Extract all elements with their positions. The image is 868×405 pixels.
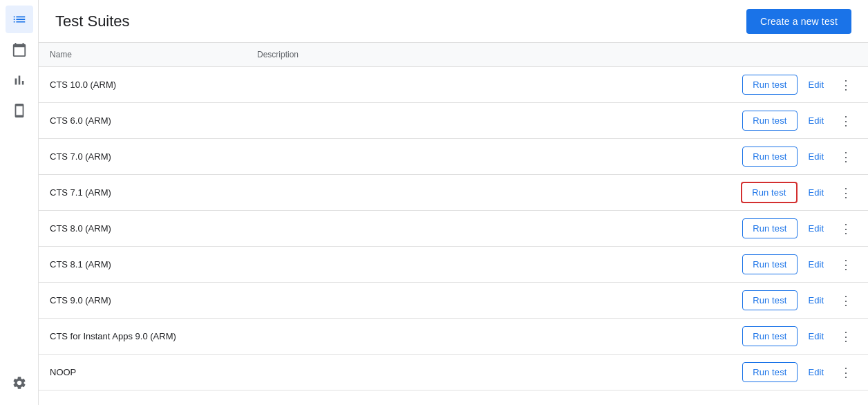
- edit-button[interactable]: Edit: [803, 291, 829, 310]
- edit-button[interactable]: Edit: [803, 147, 829, 166]
- more-options-button[interactable]: ⋮: [835, 218, 857, 240]
- run-test-button[interactable]: Run test: [742, 111, 797, 131]
- edit-button[interactable]: Edit: [803, 219, 829, 238]
- name-cell: CTS 7.1 (ARM): [39, 175, 246, 211]
- name-cell: CTS 8.1 (ARM): [39, 247, 246, 283]
- description-cell: [246, 67, 730, 103]
- run-test-button[interactable]: Run test: [742, 326, 797, 346]
- name-cell: CTS 6.0 (ARM): [39, 103, 246, 139]
- actions-cell: Run testEdit⋮: [730, 67, 868, 103]
- table-row: CTS 7.0 (ARM)Run testEdit⋮: [39, 139, 868, 175]
- actions-cell: Run testEdit⋮: [730, 211, 868, 247]
- table-row: CTS 8.0 (ARM)Run testEdit⋮: [39, 211, 868, 247]
- chart-icon: [12, 73, 27, 88]
- run-test-button[interactable]: Run test: [742, 254, 797, 274]
- more-options-button[interactable]: ⋮: [835, 110, 857, 132]
- edit-button[interactable]: Edit: [803, 255, 829, 274]
- sidebar-item-scheduled[interactable]: [6, 36, 33, 64]
- edit-button[interactable]: Edit: [803, 111, 829, 130]
- description-cell: [246, 211, 730, 247]
- device-icon: [12, 103, 27, 118]
- actions-cell: Run testEdit⋮: [730, 355, 868, 390]
- description-cell: [246, 283, 730, 319]
- name-cell: CTS 9.0 (ARM): [39, 283, 246, 319]
- edit-button[interactable]: Edit: [803, 75, 829, 94]
- settings-icon: [12, 375, 27, 390]
- description-cell: [246, 175, 730, 211]
- description-cell: [246, 355, 730, 390]
- actions-cell: Run testEdit⋮: [730, 103, 868, 139]
- run-test-button[interactable]: Run test: [742, 218, 797, 238]
- sidebar: [0, 0, 39, 405]
- name-cell: CTS 8.0 (ARM): [39, 211, 246, 247]
- more-options-button[interactable]: ⋮: [835, 290, 857, 312]
- more-options-button[interactable]: ⋮: [835, 361, 857, 384]
- run-test-button[interactable]: Run test: [742, 147, 797, 167]
- run-test-button[interactable]: Run test: [742, 362, 797, 382]
- name-cell: CTS for Instant Apps 9.0 (ARM): [39, 319, 246, 355]
- run-test-button[interactable]: Run test: [742, 75, 797, 95]
- table-row: CTS 8.1 (ARM)Run testEdit⋮: [39, 247, 868, 283]
- actions-cell: Run testEdit⋮: [730, 283, 868, 319]
- table-row: CTS 7.1 (ARM)Run testEdit⋮: [39, 175, 868, 211]
- description-cell: [246, 139, 730, 175]
- more-options-button[interactable]: ⋮: [835, 254, 857, 276]
- table-body: CTS 10.0 (ARM)Run testEdit⋮CTS 6.0 (ARM)…: [39, 67, 868, 390]
- more-options-button[interactable]: ⋮: [835, 146, 857, 168]
- test-suites-table: Name Description CTS 10.0 (ARM)Run testE…: [39, 43, 868, 390]
- calendar-icon: [12, 42, 27, 57]
- column-header-name: Name: [39, 43, 246, 67]
- description-cell: [246, 103, 730, 139]
- more-options-button[interactable]: ⋮: [835, 74, 857, 96]
- name-cell: CTS 10.0 (ARM): [39, 67, 246, 103]
- edit-button[interactable]: Edit: [803, 327, 829, 346]
- sidebar-item-devices[interactable]: [6, 97, 33, 124]
- create-new-test-button[interactable]: Create a new test: [746, 9, 851, 34]
- sidebar-item-settings[interactable]: [6, 369, 33, 397]
- name-cell: NOOP: [39, 355, 246, 390]
- table-row: CTS for Instant Apps 9.0 (ARM)Run testEd…: [39, 319, 868, 355]
- sidebar-item-test-suites[interactable]: [6, 6, 33, 33]
- description-cell: [246, 319, 730, 355]
- more-options-button[interactable]: ⋮: [835, 182, 857, 204]
- page-title: Test Suites: [55, 12, 130, 30]
- table-row: CTS 9.0 (ARM)Run testEdit⋮: [39, 283, 868, 319]
- actions-cell: Run testEdit⋮: [730, 319, 868, 355]
- test-suites-table-container: Name Description CTS 10.0 (ARM)Run testE…: [39, 43, 868, 405]
- run-test-button[interactable]: Run test: [741, 182, 797, 203]
- header: Test Suites Create a new test: [39, 0, 868, 43]
- actions-cell: Run testEdit⋮: [730, 247, 868, 283]
- description-cell: [246, 247, 730, 283]
- run-test-button[interactable]: Run test: [742, 290, 797, 310]
- edit-button[interactable]: Edit: [803, 363, 829, 382]
- table-row: CTS 10.0 (ARM)Run testEdit⋮: [39, 67, 868, 103]
- sidebar-item-reports[interactable]: [6, 66, 33, 94]
- table-header: Name Description: [39, 43, 868, 67]
- list-icon: [12, 12, 27, 27]
- actions-cell: Run testEdit⋮: [730, 175, 868, 211]
- column-header-actions: [730, 43, 868, 67]
- edit-button[interactable]: Edit: [803, 183, 829, 202]
- name-cell: CTS 7.0 (ARM): [39, 139, 246, 175]
- table-row: NOOPRun testEdit⋮: [39, 355, 868, 390]
- more-options-button[interactable]: ⋮: [835, 326, 857, 348]
- table-row: CTS 6.0 (ARM)Run testEdit⋮: [39, 103, 868, 139]
- main-content: Test Suites Create a new test Name Descr…: [39, 0, 868, 405]
- actions-cell: Run testEdit⋮: [730, 139, 868, 175]
- column-header-description: Description: [246, 43, 730, 67]
